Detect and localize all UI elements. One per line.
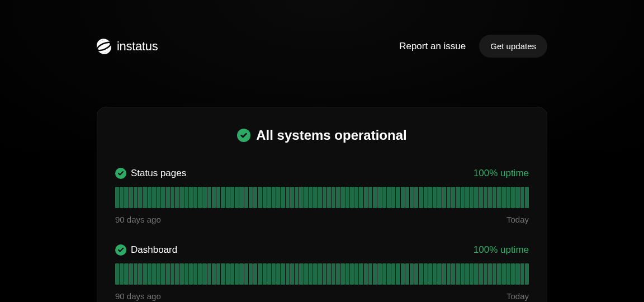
- uptime-segment[interactable]: [267, 263, 271, 285]
- report-issue-link[interactable]: Report an issue: [399, 41, 466, 52]
- uptime-segment[interactable]: [340, 263, 344, 285]
- uptime-segment[interactable]: [525, 187, 529, 208]
- uptime-segment[interactable]: [258, 263, 262, 285]
- uptime-segment[interactable]: [447, 187, 451, 208]
- uptime-segment[interactable]: [129, 187, 133, 208]
- uptime-segment[interactable]: [239, 187, 243, 208]
- uptime-segment[interactable]: [359, 187, 363, 208]
- uptime-segment[interactable]: [340, 187, 344, 208]
- uptime-segment[interactable]: [202, 187, 206, 208]
- uptime-segment[interactable]: [161, 187, 165, 208]
- uptime-segment[interactable]: [520, 263, 524, 285]
- uptime-segment[interactable]: [166, 263, 170, 285]
- uptime-segment[interactable]: [401, 187, 405, 208]
- uptime-segment[interactable]: [387, 263, 391, 285]
- uptime-segment[interactable]: [235, 187, 239, 208]
- uptime-segment[interactable]: [253, 263, 257, 285]
- uptime-segment[interactable]: [484, 187, 487, 208]
- uptime-segment[interactable]: [124, 263, 128, 285]
- uptime-segment[interactable]: [216, 263, 220, 285]
- uptime-segment[interactable]: [428, 263, 432, 285]
- uptime-segment[interactable]: [198, 263, 202, 285]
- uptime-segment[interactable]: [332, 187, 335, 208]
- uptime-segment[interactable]: [515, 263, 519, 285]
- uptime-segment[interactable]: [424, 187, 428, 208]
- uptime-segment[interactable]: [313, 263, 317, 285]
- uptime-segment[interactable]: [332, 263, 335, 285]
- uptime-segment[interactable]: [387, 187, 391, 208]
- uptime-segment[interactable]: [304, 187, 308, 208]
- uptime-segment[interactable]: [461, 263, 465, 285]
- uptime-segment[interactable]: [189, 187, 193, 208]
- uptime-segment[interactable]: [428, 187, 432, 208]
- uptime-segment[interactable]: [230, 263, 234, 285]
- uptime-segment[interactable]: [120, 263, 124, 285]
- uptime-segment[interactable]: [368, 263, 372, 285]
- uptime-segment[interactable]: [198, 187, 202, 208]
- uptime-segment[interactable]: [327, 187, 331, 208]
- uptime-segment[interactable]: [323, 187, 326, 208]
- uptime-segment[interactable]: [364, 187, 368, 208]
- uptime-segment[interactable]: [276, 187, 280, 208]
- uptime-segment[interactable]: [414, 187, 418, 208]
- uptime-segment[interactable]: [134, 263, 138, 285]
- uptime-segment[interactable]: [249, 263, 253, 285]
- uptime-segment[interactable]: [511, 187, 515, 208]
- uptime-segment[interactable]: [313, 187, 317, 208]
- uptime-segment[interactable]: [410, 263, 414, 285]
- uptime-segment[interactable]: [299, 187, 303, 208]
- uptime-segment[interactable]: [493, 187, 496, 208]
- uptime-segment[interactable]: [354, 263, 358, 285]
- uptime-segment[interactable]: [405, 263, 409, 285]
- uptime-segment[interactable]: [281, 187, 285, 208]
- uptime-segment[interactable]: [148, 187, 151, 208]
- uptime-segment[interactable]: [299, 263, 303, 285]
- uptime-segment[interactable]: [373, 263, 377, 285]
- uptime-segment[interactable]: [263, 263, 267, 285]
- uptime-segment[interactable]: [465, 187, 469, 208]
- uptime-segment[interactable]: [134, 187, 138, 208]
- uptime-segment[interactable]: [520, 187, 524, 208]
- uptime-segment[interactable]: [401, 263, 405, 285]
- uptime-segment[interactable]: [470, 263, 473, 285]
- uptime-segment[interactable]: [281, 263, 285, 285]
- uptime-segment[interactable]: [272, 187, 276, 208]
- uptime-segment[interactable]: [318, 187, 321, 208]
- uptime-segment[interactable]: [442, 187, 446, 208]
- uptime-segment[interactable]: [244, 263, 248, 285]
- uptime-segment[interactable]: [239, 263, 243, 285]
- uptime-segment[interactable]: [336, 263, 340, 285]
- uptime-segment[interactable]: [193, 187, 197, 208]
- uptime-segment[interactable]: [484, 263, 487, 285]
- logo[interactable]: instatus: [97, 39, 158, 54]
- uptime-segment[interactable]: [157, 187, 160, 208]
- uptime-segment[interactable]: [377, 263, 381, 285]
- uptime-segment[interactable]: [368, 187, 372, 208]
- uptime-segment[interactable]: [276, 263, 280, 285]
- uptime-segment[interactable]: [350, 187, 354, 208]
- uptime-segment[interactable]: [221, 187, 225, 208]
- uptime-segment[interactable]: [437, 263, 441, 285]
- uptime-segment[interactable]: [323, 263, 326, 285]
- uptime-segment[interactable]: [212, 187, 216, 208]
- uptime-segment[interactable]: [286, 263, 290, 285]
- uptime-segment[interactable]: [391, 263, 395, 285]
- uptime-segment[interactable]: [447, 263, 451, 285]
- uptime-segment[interactable]: [157, 263, 160, 285]
- uptime-segment[interactable]: [152, 263, 156, 285]
- uptime-segment[interactable]: [474, 187, 478, 208]
- uptime-segment[interactable]: [515, 187, 519, 208]
- uptime-segment[interactable]: [295, 263, 299, 285]
- uptime-segment[interactable]: [470, 187, 473, 208]
- uptime-segment[interactable]: [226, 263, 230, 285]
- uptime-segment[interactable]: [189, 263, 193, 285]
- uptime-segment[interactable]: [249, 187, 253, 208]
- uptime-segment[interactable]: [419, 263, 423, 285]
- uptime-segment[interactable]: [456, 187, 460, 208]
- uptime-segment[interactable]: [382, 263, 386, 285]
- uptime-segment[interactable]: [263, 187, 267, 208]
- uptime-segment[interactable]: [221, 263, 225, 285]
- uptime-segment[interactable]: [364, 263, 368, 285]
- uptime-segment[interactable]: [304, 263, 308, 285]
- uptime-segment[interactable]: [350, 263, 354, 285]
